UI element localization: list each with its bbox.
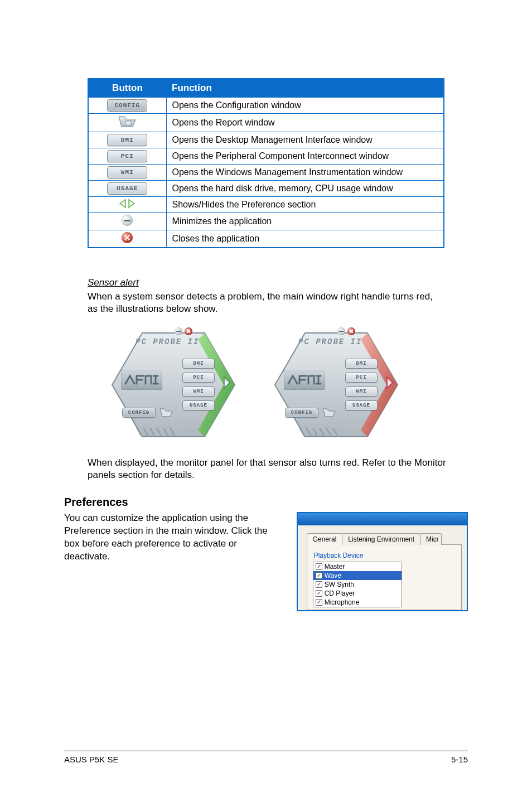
checkbox[interactable]: ✓ [316,599,322,606]
table-row: USAGE Opens the hard disk drive, memory,… [88,181,444,197]
table-row: Shows/Hides the Preference section [88,197,444,213]
table-row: PCI Opens the Peripheral Component Inter… [88,148,444,165]
dmi-chip: DMI [182,359,215,369]
usage-button-cell: USAGE [88,181,166,197]
checkbox[interactable]: ✓ [316,590,322,597]
minimize-icon [175,327,182,335]
report-tab-icon [159,408,173,418]
table-row: Minimizes the application [88,213,444,230]
list-item[interactable]: ✓Master [313,562,402,571]
function-cell: Shows/Hides the Preference section [166,197,444,213]
wmi-chip: WMI [345,386,378,397]
list-item[interactable]: ✓CD Player [313,589,402,598]
wmi-chip: WMI [182,386,215,397]
illustration-row: PC PROBE II [109,326,468,443]
right-handle-icon [385,375,394,392]
function-cell: Opens the Desktop Management Interface w… [166,132,444,148]
function-cell: Closes the application [166,230,444,248]
preferences-heading: Preferences [64,496,468,509]
checkbox[interactable]: ✓ [316,563,322,570]
report-tab-icon [322,408,336,418]
usage-chip: USAGE [107,182,147,195]
close-button-cell [88,230,166,248]
pci-chip: PCI [182,373,215,383]
sensor-alert-paragraph-2: When displayed, the monitor panel for th… [88,457,467,481]
hex-bottom-buttons: CONFIG [285,408,336,418]
wmi-button-cell: WMI [88,165,166,181]
minimize-button-cell [88,213,166,230]
window-body: General Listening Environment Micr Playb… [298,525,467,610]
button-function-table: Button Function CONFIG Opens the Configu… [88,78,444,248]
tab-general[interactable]: General [307,533,343,545]
item-label: Wave [325,572,341,579]
window-controls [337,327,355,335]
pref-arrows-icon [119,199,136,209]
close-icon [122,232,133,243]
group-label: Playback Device [314,552,456,559]
tab-panel: Playback Device ✓Master ✓Wave ✓SW Synth … [307,544,462,610]
tab-microphone[interactable]: Micr [420,533,442,545]
wmi-chip: WMI [107,166,147,178]
table-row: Opens the Report window [88,114,444,132]
tabs: General Listening Environment Micr [307,533,467,545]
pci-chip: PCI [345,373,378,383]
function-cell: Opens the Report window [166,114,444,132]
playback-device-list[interactable]: ✓Master ✓Wave ✓SW Synth ✓CD Player ✓Micr… [313,562,402,607]
hex-side-buttons: DMI PCI WMI USAGE [345,359,378,410]
close-icon [347,327,355,335]
hex-bottom-buttons: CONFIG [122,408,173,418]
window-controls [175,327,192,335]
pci-button-cell: PCI [88,148,166,165]
list-item[interactable]: ✓Wave [313,571,402,580]
page: Button Function CONFIG Opens the Configu… [0,0,532,802]
arrows-button-cell [88,197,166,213]
header-function: Function [166,79,444,98]
list-item[interactable]: ✓SW Synth [313,580,402,589]
item-label: Microphone [325,598,360,606]
item-label: CD Player [325,590,355,597]
function-cell: Opens the Configuration window [166,98,444,114]
checkbox[interactable]: ✓ [316,572,322,579]
tab-listening-environment[interactable]: Listening Environment [342,533,420,545]
footer-left: ASUS P5K SE [64,755,119,764]
list-item[interactable]: ✓Microphone [313,598,402,607]
pc-probe-title: PC PROBE II [136,337,199,346]
sensor-alert-heading: Sensor alert [88,277,468,288]
close-icon [185,327,192,335]
report-button-cell [88,114,166,132]
header-button: Button [88,79,166,98]
usage-chip: USAGE [182,400,215,410]
config-chip: CONFIG [107,99,147,112]
dmi-chip: DMI [107,134,147,146]
pc-probe-alert: PC PROBE II [272,326,401,443]
config-chip: CONFIG [122,408,156,418]
checkbox[interactable]: ✓ [316,581,322,588]
sensor-alert-section: Sensor alert When a system sensor detect… [64,277,468,481]
page-footer: ASUS P5K SE 5-15 [64,751,468,764]
function-cell: Opens the Windows Management Instrumenta… [166,165,444,181]
item-label: SW Synth [325,581,354,588]
svg-rect-0 [125,121,131,125]
function-cell: Opens the Peripheral Component Interconn… [166,148,444,165]
usage-chip: USAGE [345,400,378,410]
footer-right: 5-15 [451,755,468,764]
table-row: DMI Opens the Desktop Management Interfa… [88,132,444,148]
config-chip: CONFIG [285,408,318,418]
item-label: Master [325,563,345,571]
preferences-row: You can customize the application using … [64,512,468,611]
pc-probe-title: PC PROBE II [298,337,362,346]
report-tab-icon [118,115,137,128]
pc-probe-normal: PC PROBE II [109,326,238,443]
sensor-alert-paragraph-1: When a system sensor detects a problem, … [88,291,444,315]
hex-side-buttons: DMI PCI WMI USAGE [182,359,215,410]
preferences-text: You can customize the application using … [64,512,280,563]
table-row: Closes the application [88,230,444,248]
minimize-icon [337,327,345,335]
asus-logo [121,370,162,390]
pci-chip: PCI [107,150,147,162]
preferences-window: General Listening Environment Micr Playb… [297,512,468,611]
function-cell: Opens the hard disk drive, memory, CPU u… [166,181,444,197]
config-button-cell: CONFIG [88,98,166,114]
function-cell: Minimizes the application [166,213,444,230]
minimize-icon [122,215,133,226]
